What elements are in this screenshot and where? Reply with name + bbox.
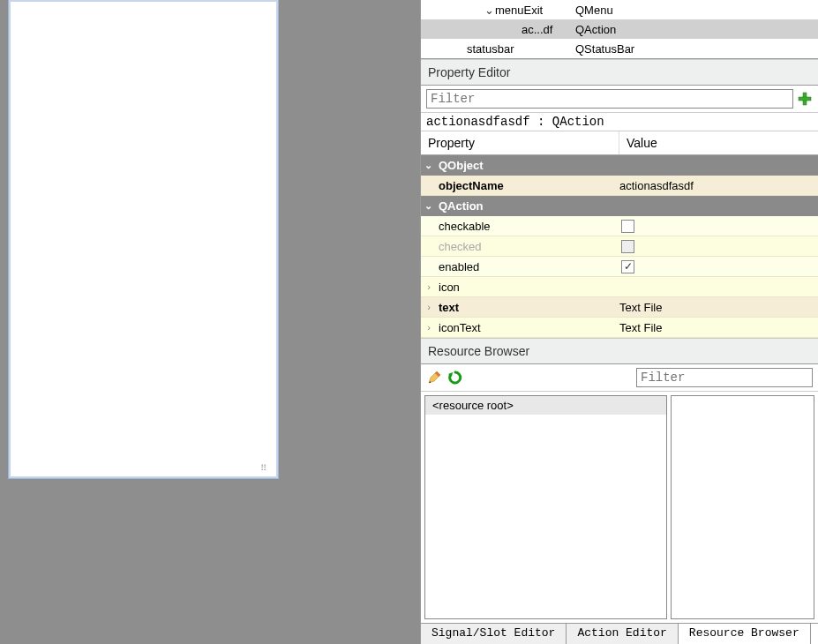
bottom-tab[interactable]: Signal/Slot Editor xyxy=(421,624,567,644)
resource-preview xyxy=(671,395,814,619)
bottom-tab[interactable]: Resource Browser xyxy=(679,624,811,644)
property-group-header[interactable]: ⌄QAction xyxy=(421,196,818,216)
object-tree-row[interactable]: ac...dfQAction xyxy=(421,19,818,39)
property-name: iconText xyxy=(437,321,619,334)
right-pane: ⌄menuExitQMenuac...dfQActionstatusbarQSt… xyxy=(420,0,818,644)
property-name: checked xyxy=(437,240,619,253)
property-name: objectName xyxy=(437,179,619,192)
bottom-tab[interactable]: Action Editor xyxy=(567,624,678,644)
property-editor-title: Property Editor xyxy=(421,59,818,86)
property-name: enabled xyxy=(437,260,619,273)
property-group-header[interactable]: ⌄QObject xyxy=(421,155,818,176)
add-property-icon[interactable] xyxy=(797,91,813,107)
header-value: Value xyxy=(619,131,818,154)
property-row[interactable]: checkable xyxy=(421,216,818,236)
resize-handle-icon[interactable] xyxy=(260,461,271,471)
resource-browser-title: Resource Browser xyxy=(421,338,818,364)
chevron-right-icon[interactable]: › xyxy=(421,281,437,292)
edit-resources-icon[interactable] xyxy=(426,370,442,386)
chevron-down-icon[interactable]: ⌄ xyxy=(424,160,439,171)
object-tree-row[interactable]: statusbarQStatusBar xyxy=(421,39,818,58)
property-row[interactable]: enabled✓ xyxy=(421,257,818,277)
property-row[interactable]: objectNameactionasdfasdf xyxy=(421,176,818,196)
object-tree-type: QAction xyxy=(575,23,818,36)
resource-toolbar xyxy=(421,364,818,392)
object-tree-name: ac...df xyxy=(421,23,575,36)
reload-resources-icon[interactable] xyxy=(447,370,463,386)
property-row[interactable]: ›icon xyxy=(421,277,818,297)
checkbox[interactable] xyxy=(621,220,634,233)
checkbox xyxy=(621,240,634,253)
property-value[interactable] xyxy=(619,240,818,253)
property-name: text xyxy=(437,301,619,314)
property-row[interactable]: ›textText File xyxy=(421,297,818,318)
property-value[interactable]: actionasdfasdf xyxy=(619,179,818,192)
object-tree-type: QMenu xyxy=(575,4,818,17)
property-value[interactable]: ✓ xyxy=(619,260,818,273)
design-canvas[interactable] xyxy=(9,0,278,478)
selected-object-label: actionasdfasdf : QAction xyxy=(421,113,818,131)
object-tree-name: ⌄menuExit xyxy=(421,4,575,17)
header-property: Property xyxy=(421,131,619,154)
property-name: icon xyxy=(437,281,619,294)
property-filter-input[interactable] xyxy=(426,89,793,109)
property-table[interactable]: ⌄QObjectobjectNameactionasdfasdf⌄QAction… xyxy=(421,155,818,338)
chevron-right-icon[interactable]: › xyxy=(421,322,437,333)
svg-rect-1 xyxy=(799,97,811,101)
checkbox[interactable]: ✓ xyxy=(621,260,634,273)
property-table-header: Property Value xyxy=(421,131,818,155)
bottom-tabs: Signal/Slot EditorAction EditorResource … xyxy=(421,623,818,644)
property-filter-row xyxy=(421,86,818,113)
chevron-down-icon[interactable]: ⌄ xyxy=(424,200,439,212)
resource-filter-input[interactable] xyxy=(636,368,813,387)
chevron-right-icon[interactable]: › xyxy=(421,302,437,312)
chevron-down-icon[interactable]: ⌄ xyxy=(483,4,495,17)
property-value[interactable]: Text File xyxy=(619,321,818,334)
object-tree[interactable]: ⌄menuExitQMenuac...dfQActionstatusbarQSt… xyxy=(421,0,818,59)
object-tree-row[interactable]: ⌄menuExitQMenu xyxy=(421,0,818,19)
object-tree-type: QStatusBar xyxy=(575,42,818,56)
property-value[interactable]: Text File xyxy=(619,301,818,314)
canvas-grid xyxy=(18,9,269,469)
object-tree-name: statusbar xyxy=(421,42,575,56)
property-name: checkable xyxy=(437,220,619,233)
property-row[interactable]: checked xyxy=(421,236,818,257)
property-row[interactable]: ›iconTextText File xyxy=(421,318,818,338)
resource-body: <resource root> xyxy=(421,392,818,623)
resource-root-item[interactable]: <resource root> xyxy=(425,396,666,415)
property-value[interactable] xyxy=(619,220,818,233)
resource-tree[interactable]: <resource root> xyxy=(424,395,667,619)
